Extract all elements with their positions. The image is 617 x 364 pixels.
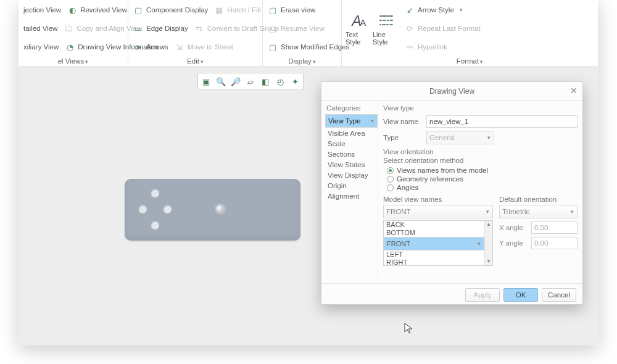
- orient-icon: ◴: [277, 77, 284, 86]
- radio-model-names[interactable]: Views names from the model: [383, 166, 578, 175]
- hyperlink-button[interactable]: ⚯Hyperlink: [404, 40, 449, 54]
- list-item[interactable]: LEFT: [384, 250, 484, 259]
- detailed-view-button[interactable]: tailed View: [22, 23, 59, 34]
- auxiliary-view-button[interactable]: xiliary View: [22, 41, 60, 52]
- ribbon: jection View ◐Revolved View tailed View …: [19, 0, 598, 67]
- list-item[interactable]: BOTTOM: [384, 229, 484, 237]
- apply-button[interactable]: Apply: [465, 288, 500, 302]
- component-icon: ▢: [133, 5, 143, 15]
- category-scale[interactable]: Scale: [325, 139, 378, 149]
- csys-icon: ✦: [292, 77, 299, 86]
- radio-icon: [387, 176, 394, 183]
- close-icon[interactable]: ✕: [570, 86, 578, 96]
- hatch-fill-button[interactable]: ▦Hatch / Fill: [213, 3, 262, 17]
- cursor-icon: [404, 322, 416, 334]
- hole-icon: [216, 205, 225, 213]
- projection-view-button[interactable]: jection View: [22, 4, 62, 15]
- default-orientation-select[interactable]: Trimetric: [499, 205, 578, 218]
- refit-icon: ▣: [202, 77, 210, 86]
- cancel-button[interactable]: Cancel: [542, 288, 576, 302]
- model-view-list[interactable]: BACK BOTTOM FRONT LEFT RIGHT TOP ▲▼: [383, 220, 493, 266]
- radio-icon: [387, 167, 394, 174]
- view-orientation-header: View orientation: [383, 148, 578, 155]
- svg-text:A: A: [360, 17, 366, 28]
- component-display-button[interactable]: ▢Component Display: [132, 3, 209, 17]
- edge-display-button[interactable]: ▭Edge Display: [132, 22, 189, 35]
- y-angle-label: Y angle: [499, 239, 528, 247]
- csys-button[interactable]: ✦: [288, 75, 302, 88]
- hatch-icon: ▦: [214, 5, 224, 15]
- view-toolbar: ▣ 🔍 🔎 ▱ ◧ ◴ ✦: [197, 73, 304, 90]
- show-modified-edges-button[interactable]: ▢Show Modified Edges: [267, 40, 350, 54]
- line-style-button[interactable]: Line Style: [373, 2, 400, 55]
- refit-button[interactable]: ▣: [199, 75, 213, 88]
- model-view-select[interactable]: FRONT: [383, 205, 493, 218]
- arrow-style-button[interactable]: ↙Arrow Style▾: [404, 3, 464, 17]
- radio-geometry-refs[interactable]: Geometry references: [383, 175, 578, 183]
- shade-button[interactable]: ◧: [259, 75, 272, 88]
- info-icon: ◔: [65, 42, 75, 52]
- dialog-title: Drawing View ✕: [321, 82, 582, 101]
- ok-button[interactable]: OK: [503, 288, 538, 302]
- list-item[interactable]: RIGHT: [384, 259, 484, 266]
- resume-icon: ▢: [268, 23, 278, 33]
- resume-view-button[interactable]: ▢Resume View: [267, 22, 326, 35]
- view-name-label: View name: [383, 118, 423, 125]
- erase-icon: ▢: [268, 5, 278, 15]
- line-style-icon: [378, 12, 395, 29]
- orientation-method-label: Select orientation method: [383, 157, 578, 164]
- category-visible-area[interactable]: Visible Area: [325, 128, 378, 138]
- radio-icon: [387, 184, 394, 191]
- zoom-in-icon: 🔍: [216, 77, 226, 86]
- orient-button[interactable]: ◴: [273, 75, 287, 88]
- category-view-type[interactable]: View Type: [325, 114, 378, 128]
- drawing-view-dialog: Drawing View ✕ Categories View Type Visi…: [321, 81, 583, 305]
- type-select: General: [426, 131, 494, 144]
- arrow-style-icon: ↙: [405, 5, 415, 15]
- hole-icon: [163, 205, 172, 213]
- move-icon: ⇲: [175, 42, 184, 52]
- zoom-out-button[interactable]: 🔎: [229, 75, 242, 88]
- sheet-icon: ▱: [247, 77, 254, 86]
- type-label: Type: [383, 134, 423, 141]
- category-view-display[interactable]: View Display: [325, 170, 378, 180]
- edges-icon: ▢: [268, 42, 278, 52]
- drawing-canvas[interactable]: ▣ 🔍 🔎 ▱ ◧ ◴ ✦ Drawing View ✕ Categories: [19, 67, 598, 345]
- list-item[interactable]: BACK: [384, 221, 484, 229]
- repeat-icon: ⟳: [405, 23, 415, 33]
- category-alignment[interactable]: Alignment: [325, 191, 378, 201]
- edge-icon: ▭: [133, 23, 143, 33]
- category-view-states[interactable]: View States: [325, 160, 378, 170]
- default-orientation-header: Default orientation: [499, 196, 578, 203]
- convert-icon: ⇆: [194, 23, 204, 33]
- arrows-button[interactable]: ➤Arrows: [132, 40, 170, 54]
- move-sheet-button[interactable]: ⇲Move to Sheet: [173, 40, 234, 54]
- hole-icon: [138, 205, 147, 213]
- repeat-format-button[interactable]: ⟳Repeat Last Format: [404, 22, 482, 35]
- copy-icon: ⿻: [64, 23, 73, 33]
- arrows-icon: ➤: [133, 42, 143, 52]
- zoom-in-button[interactable]: 🔍: [214, 75, 228, 88]
- text-style-button[interactable]: AA Text Style: [346, 2, 373, 55]
- view-type-header: View type: [383, 104, 578, 112]
- hole-icon: [151, 189, 159, 197]
- view-name-input[interactable]: [426, 115, 578, 128]
- category-origin[interactable]: Origin: [325, 181, 378, 191]
- sheet-button[interactable]: ▱: [244, 75, 257, 88]
- model-view-names-header: Model view names: [383, 196, 493, 203]
- list-item[interactable]: FRONT: [384, 237, 484, 250]
- x-angle-label: X angle: [499, 224, 528, 231]
- scrollbar[interactable]: ▲▼: [484, 221, 492, 265]
- erase-view-button[interactable]: ▢Erase view: [267, 3, 317, 17]
- zoom-out-icon: 🔎: [231, 77, 241, 86]
- shade-icon: ◧: [262, 77, 269, 86]
- y-angle-input: [531, 237, 578, 249]
- model-preview: [125, 179, 300, 241]
- text-style-icon: AA: [350, 12, 368, 29]
- category-sections[interactable]: Sections: [325, 149, 378, 159]
- categories-header: Categories: [325, 104, 378, 114]
- x-angle-input: [531, 221, 578, 234]
- revolved-view-button[interactable]: ◐Revolved View: [66, 3, 128, 17]
- link-icon: ⚯: [405, 42, 415, 52]
- radio-angles[interactable]: Angles: [383, 183, 578, 192]
